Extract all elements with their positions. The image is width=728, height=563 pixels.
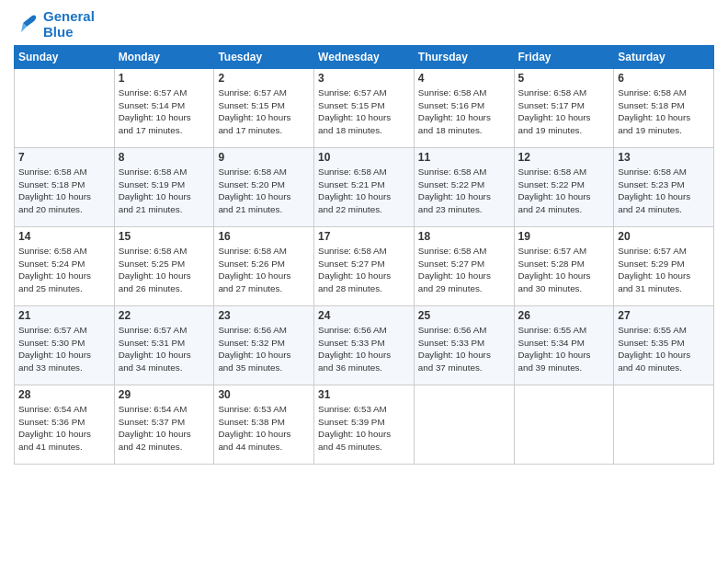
day-number: 26 — [518, 309, 610, 322]
logo-icon — [14, 12, 40, 38]
daylight-text-line2: and 19 minutes. — [618, 124, 710, 137]
sunset-text: Sunset: 5:19 PM — [119, 178, 210, 191]
sunrise-text: Sunrise: 6:58 AM — [119, 166, 210, 178]
sunset-text: Sunset: 5:33 PM — [318, 337, 410, 350]
daylight-text-line2: and 44 minutes. — [218, 441, 310, 454]
sunrise-text: Sunrise: 6:57 AM — [618, 245, 710, 258]
daylight-text-line2: and 21 minutes. — [119, 203, 210, 216]
daylight-text-line1: Daylight: 10 hours — [418, 349, 510, 362]
calendar-cell: 17Sunrise: 6:58 AMSunset: 5:27 PMDayligh… — [314, 227, 415, 306]
sunset-text: Sunset: 5:16 PM — [418, 99, 510, 112]
daylight-text-line2: and 37 minutes. — [418, 362, 510, 374]
sunset-text: Sunset: 5:18 PM — [618, 99, 710, 112]
weekday-header: Saturday — [614, 46, 714, 69]
calendar-cell: 18Sunrise: 6:58 AMSunset: 5:27 PMDayligh… — [414, 227, 514, 306]
day-info: Sunrise: 6:57 AMSunset: 5:31 PMDaylight:… — [119, 324, 210, 374]
calendar-cell: 31Sunrise: 6:53 AMSunset: 5:39 PMDayligh… — [314, 385, 415, 465]
weekday-header: Thursday — [414, 46, 514, 69]
day-number: 1 — [119, 72, 210, 85]
daylight-text-line1: Daylight: 10 hours — [18, 428, 110, 441]
day-number: 16 — [218, 230, 310, 243]
sunrise-text: Sunrise: 6:58 AM — [318, 245, 410, 258]
daylight-text-line2: and 17 minutes. — [218, 124, 310, 137]
daylight-text-line2: and 34 minutes. — [119, 362, 210, 374]
sunrise-text: Sunrise: 6:58 AM — [318, 166, 410, 178]
daylight-text-line1: Daylight: 10 hours — [318, 270, 410, 282]
sunset-text: Sunset: 5:22 PM — [518, 178, 610, 191]
sunset-text: Sunset: 5:36 PM — [18, 416, 110, 429]
calendar-cell: 30Sunrise: 6:53 AMSunset: 5:38 PMDayligh… — [214, 385, 314, 465]
calendar-week-row: 7Sunrise: 6:58 AMSunset: 5:18 PMDaylight… — [15, 148, 714, 227]
sunset-text: Sunset: 5:22 PM — [418, 178, 510, 191]
calendar-cell — [15, 69, 115, 148]
daylight-text-line2: and 35 minutes. — [218, 362, 310, 374]
day-info: Sunrise: 6:58 AMSunset: 5:24 PMDaylight:… — [18, 245, 110, 295]
daylight-text-line1: Daylight: 10 hours — [418, 190, 510, 203]
day-info: Sunrise: 6:57 AMSunset: 5:15 PMDaylight:… — [318, 86, 410, 137]
day-info: Sunrise: 6:57 AMSunset: 5:15 PMDaylight:… — [218, 86, 310, 137]
daylight-text-line1: Daylight: 10 hours — [518, 270, 610, 282]
daylight-text-line1: Daylight: 10 hours — [119, 190, 210, 203]
daylight-text-line1: Daylight: 10 hours — [119, 270, 210, 282]
daylight-text-line2: and 31 minutes. — [618, 282, 710, 295]
calendar-cell: 21Sunrise: 6:57 AMSunset: 5:30 PMDayligh… — [15, 306, 115, 385]
day-number: 7 — [18, 151, 110, 164]
day-number: 25 — [418, 309, 510, 322]
day-info: Sunrise: 6:57 AMSunset: 5:28 PMDaylight:… — [518, 245, 610, 295]
day-info: Sunrise: 6:58 AMSunset: 5:20 PMDaylight:… — [218, 166, 310, 216]
calendar-cell: 2Sunrise: 6:57 AMSunset: 5:15 PMDaylight… — [214, 69, 314, 148]
daylight-text-line1: Daylight: 10 hours — [119, 349, 210, 362]
calendar-week-row: 28Sunrise: 6:54 AMSunset: 5:36 PMDayligh… — [15, 385, 714, 465]
sunset-text: Sunset: 5:18 PM — [18, 178, 110, 191]
day-info: Sunrise: 6:57 AMSunset: 5:14 PMDaylight:… — [119, 86, 210, 137]
sunset-text: Sunset: 5:14 PM — [119, 99, 210, 112]
sunrise-text: Sunrise: 6:58 AM — [18, 245, 110, 258]
day-number: 29 — [119, 388, 210, 401]
day-number: 10 — [318, 151, 410, 164]
sunrise-text: Sunrise: 6:53 AM — [218, 403, 310, 416]
calendar-cell: 22Sunrise: 6:57 AMSunset: 5:31 PMDayligh… — [114, 306, 214, 385]
sunset-text: Sunset: 5:35 PM — [618, 337, 710, 350]
day-number: 20 — [618, 230, 710, 243]
daylight-text-line1: Daylight: 10 hours — [318, 428, 410, 441]
day-info: Sunrise: 6:58 AMSunset: 5:23 PMDaylight:… — [618, 166, 710, 216]
sunset-text: Sunset: 5:15 PM — [318, 99, 410, 112]
sunset-text: Sunset: 5:39 PM — [318, 416, 410, 429]
day-number: 30 — [218, 388, 310, 401]
sunrise-text: Sunrise: 6:57 AM — [119, 86, 210, 99]
day-info: Sunrise: 6:58 AMSunset: 5:16 PMDaylight:… — [418, 86, 510, 137]
daylight-text-line2: and 23 minutes. — [418, 203, 510, 216]
day-info: Sunrise: 6:58 AMSunset: 5:18 PMDaylight:… — [18, 166, 110, 216]
calendar-cell: 12Sunrise: 6:58 AMSunset: 5:22 PMDayligh… — [514, 148, 614, 227]
calendar-cell: 29Sunrise: 6:54 AMSunset: 5:37 PMDayligh… — [114, 385, 214, 465]
day-info: Sunrise: 6:57 AMSunset: 5:30 PMDaylight:… — [18, 324, 110, 374]
day-number: 8 — [119, 151, 210, 164]
calendar-cell: 19Sunrise: 6:57 AMSunset: 5:28 PMDayligh… — [514, 227, 614, 306]
calendar-cell: 26Sunrise: 6:55 AMSunset: 5:34 PMDayligh… — [514, 306, 614, 385]
day-number: 17 — [318, 230, 410, 243]
day-number: 27 — [618, 309, 710, 322]
daylight-text-line2: and 27 minutes. — [218, 282, 310, 295]
weekday-header: Tuesday — [214, 46, 314, 69]
calendar-cell: 28Sunrise: 6:54 AMSunset: 5:36 PMDayligh… — [15, 385, 115, 465]
day-number: 2 — [218, 72, 310, 85]
calendar-table: SundayMondayTuesdayWednesdayThursdayFrid… — [14, 45, 714, 465]
daylight-text-line2: and 41 minutes. — [18, 441, 110, 454]
weekday-header: Wednesday — [314, 46, 415, 69]
sunset-text: Sunset: 5:25 PM — [119, 258, 210, 270]
daylight-text-line1: Daylight: 10 hours — [18, 270, 110, 282]
calendar-cell: 14Sunrise: 6:58 AMSunset: 5:24 PMDayligh… — [15, 227, 115, 306]
calendar-cell: 8Sunrise: 6:58 AMSunset: 5:19 PMDaylight… — [114, 148, 214, 227]
calendar-week-row: 21Sunrise: 6:57 AMSunset: 5:30 PMDayligh… — [15, 306, 714, 385]
daylight-text-line1: Daylight: 10 hours — [318, 190, 410, 203]
daylight-text-line1: Daylight: 10 hours — [518, 190, 610, 203]
day-info: Sunrise: 6:58 AMSunset: 5:19 PMDaylight:… — [119, 166, 210, 216]
day-info: Sunrise: 6:58 AMSunset: 5:18 PMDaylight:… — [618, 86, 710, 137]
daylight-text-line2: and 19 minutes. — [518, 124, 610, 137]
sunrise-text: Sunrise: 6:58 AM — [18, 166, 110, 178]
daylight-text-line2: and 30 minutes. — [518, 282, 610, 295]
weekday-header: Sunday — [15, 46, 115, 69]
day-info: Sunrise: 6:58 AMSunset: 5:22 PMDaylight:… — [518, 166, 610, 216]
sunset-text: Sunset: 5:24 PM — [18, 258, 110, 270]
daylight-text-line1: Daylight: 10 hours — [119, 111, 210, 124]
